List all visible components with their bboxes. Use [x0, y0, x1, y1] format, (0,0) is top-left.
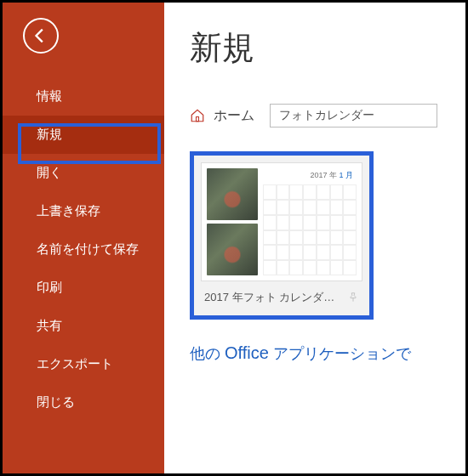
- template-card-photo-calendar[interactable]: 2017 年 1 月 2017 年フォト カレンダ…: [190, 151, 374, 320]
- sidebar-item-7[interactable]: エクスポート: [3, 345, 164, 383]
- thumbnail-cal-header: 2017 年 1 月: [263, 168, 357, 184]
- sidebar-item-5[interactable]: 印刷: [3, 269, 164, 307]
- sidebar-item-3[interactable]: 上書き保存: [3, 192, 164, 230]
- sidebar-item-6[interactable]: 共有: [3, 307, 164, 345]
- thumbnail-photo: [207, 168, 258, 220]
- svg-rect-0: [197, 117, 199, 122]
- home-icon: [190, 108, 205, 123]
- template-caption: 2017 年フォト カレンダ…: [204, 290, 334, 305]
- sidebar-item-2[interactable]: 開く: [3, 154, 164, 192]
- sidebar-item-0[interactable]: 情報: [3, 77, 164, 116]
- main-area: 新規 ホーム 2017 年 1 月: [164, 3, 465, 473]
- other-office-apps-link[interactable]: 他の Office アプリケーションで: [190, 343, 465, 364]
- template-thumbnail: 2017 年 1 月: [201, 162, 362, 281]
- page-title: 新規: [190, 26, 465, 70]
- back-button[interactable]: [23, 18, 59, 54]
- sidebar-item-1[interactable]: 新規: [3, 116, 164, 154]
- home-label[interactable]: ホーム: [214, 107, 254, 125]
- arrow-left-icon: [31, 26, 50, 45]
- sidebar-item-4[interactable]: 名前を付けて保存: [3, 230, 164, 269]
- breadcrumb: ホーム: [190, 104, 465, 128]
- backstage-sidebar: 情報新規開く上書き保存名前を付けて保存印刷共有エクスポート閉じる: [3, 3, 164, 473]
- pin-icon[interactable]: [347, 292, 359, 303]
- template-search-input[interactable]: [270, 104, 437, 128]
- thumbnail-photo: [207, 224, 258, 275]
- sidebar-item-8[interactable]: 閉じる: [3, 383, 164, 422]
